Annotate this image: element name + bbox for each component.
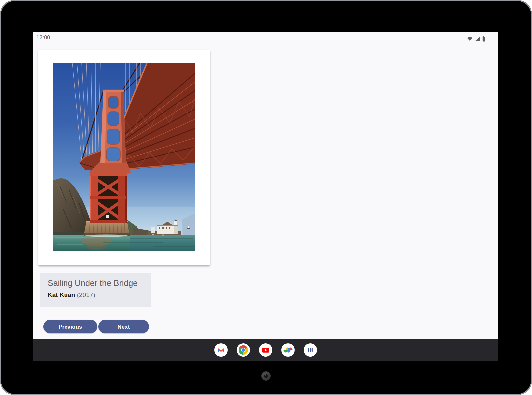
camera-glint	[265, 374, 266, 376]
artwork-artist: Kat Kuan	[48, 291, 75, 298]
battery-icon	[482, 36, 485, 42]
front-camera	[261, 371, 271, 381]
artwork-year: (2017)	[77, 291, 95, 298]
caption-panel: Sailing Under the Bridge Kat Kuan (2017)	[40, 273, 151, 307]
app-drawer-icon[interactable]	[304, 343, 317, 357]
taskbar	[33, 339, 498, 361]
artwork-byline: Kat Kuan (2017)	[48, 291, 95, 299]
previous-button[interactable]: Previous	[43, 320, 97, 333]
android-screen: 12:00	[33, 32, 498, 361]
cellular-signal-icon	[475, 37, 480, 41]
wifi-icon	[467, 37, 473, 41]
artwork-title: Sailing Under the Bridge	[48, 277, 138, 289]
chrome-app-icon[interactable]	[237, 343, 250, 357]
bridge-photo	[53, 63, 195, 251]
artwork-card	[38, 50, 210, 265]
bridge-photo-illustration	[53, 63, 195, 251]
screenshot-canvas: 12:00	[0, 0, 532, 395]
gmail-app-icon[interactable]	[214, 343, 228, 357]
next-button[interactable]: Next	[98, 320, 149, 333]
youtube-app-icon[interactable]	[259, 343, 272, 357]
status-bar-icons	[467, 36, 485, 42]
photos-app-icon[interactable]	[281, 343, 295, 357]
status-bar-clock: 12:00	[36, 35, 50, 41]
